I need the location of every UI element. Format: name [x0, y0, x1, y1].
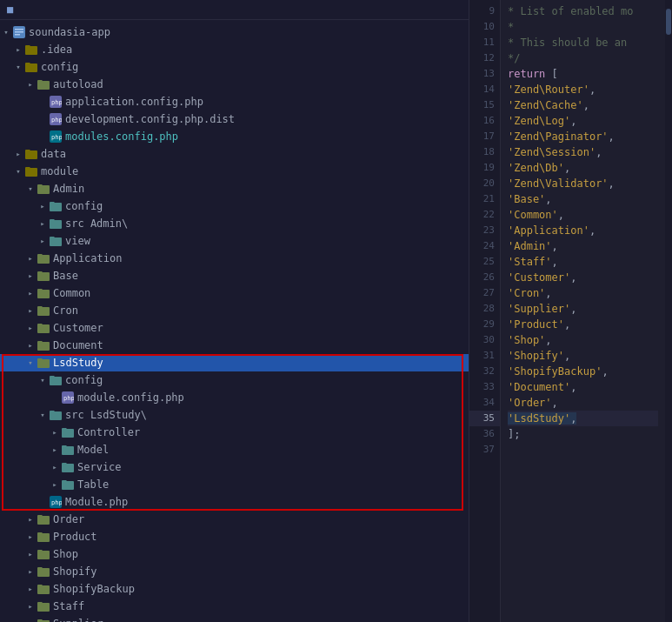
- line-number-27: 27: [469, 285, 500, 301]
- tree-item-Module-php[interactable]: phpModule.php: [0, 493, 469, 511]
- tree-item-Product[interactable]: ▸Product: [0, 528, 469, 545]
- arrow-Application: ▸: [24, 254, 37, 263]
- line-number-35: 35: [469, 411, 500, 426]
- line-number-16: 16: [469, 113, 500, 129]
- tree-item-lsd-src[interactable]: ▾src LsdStudy\: [0, 406, 469, 424]
- tree-item-data[interactable]: ▸data: [0, 145, 469, 163]
- arrow-ShopifyBackup: ▸: [24, 585, 37, 593]
- code-line-32: 'ShopifyBackup',: [508, 364, 658, 379]
- code-line-10: *: [508, 19, 658, 35]
- line-number-15: 15: [469, 97, 500, 113]
- label-Staff: Staff: [53, 600, 84, 612]
- code-line-35: 'LsdStudy',: [508, 411, 658, 426]
- arrow-lsd-src: ▾: [37, 411, 49, 419]
- tree-item-Controller[interactable]: ▸Controller: [0, 424, 469, 441]
- code-line-18: 'Zend\Session',: [508, 144, 658, 160]
- icon-Application: [37, 251, 50, 265]
- code-line-9: * List of enabled mo: [508, 3, 658, 19]
- arrow-data: ▸: [12, 150, 24, 158]
- label-Module.php: Module.php: [65, 496, 128, 508]
- tree-item-Common[interactable]: ▸Common: [0, 284, 469, 302]
- label-application.config.php: application.config.php: [65, 96, 203, 108]
- file-tree-panel: ■ ▾soundasia-app▸.idea▾config▸autoloadph…: [0, 0, 469, 622]
- tree-item-idea[interactable]: ▸.idea: [0, 41, 469, 58]
- tree-item-development-config-php-dist[interactable]: phpdevelopment.config.php.dist: [0, 110, 469, 128]
- tree-item-application-config-php[interactable]: phpapplication.config.php: [0, 93, 469, 110]
- arrow-admin-config: ▸: [37, 202, 49, 211]
- line-number-28: 28: [469, 301, 500, 317]
- label-soundasia-app: soundasia-app: [29, 26, 110, 38]
- tree-item-Order[interactable]: ▸Order: [0, 511, 469, 528]
- line-number-31: 31: [469, 348, 500, 364]
- scroll-thumb: [666, 9, 671, 35]
- icon-Table: [61, 478, 75, 492]
- tree-item-Shop[interactable]: ▸Shop: [0, 545, 469, 563]
- tree-item-Cron[interactable]: ▸Cron: [0, 302, 469, 319]
- tree-item-module-config-php[interactable]: phpmodule.config.php: [0, 389, 469, 406]
- tree-item-Application[interactable]: ▸Application: [0, 250, 469, 267]
- tree-item-admin-view[interactable]: ▸view: [0, 232, 469, 250]
- arrow-Shopify: ▸: [24, 567, 37, 576]
- tree-item-Shopify[interactable]: ▸Shopify: [0, 563, 469, 580]
- line-number-34: 34: [469, 395, 500, 411]
- tree-item-ShopifyBackup[interactable]: ▸ShopifyBackup: [0, 580, 469, 598]
- icon-Staff: [37, 599, 50, 613]
- tree-item-module[interactable]: ▾module: [0, 163, 469, 180]
- label-Controller: Controller: [77, 426, 140, 438]
- label-modules.config.php: modules.config.php: [65, 130, 178, 143]
- tree-item-autoload[interactable]: ▸autoload: [0, 76, 469, 93]
- tree-item-Staff[interactable]: ▸Staff: [0, 598, 469, 615]
- line-number-29: 29: [469, 317, 500, 332]
- line-number-30: 30: [469, 332, 500, 348]
- tree-item-lsd-config[interactable]: ▾config: [0, 371, 469, 389]
- label-Table: Table: [77, 478, 109, 491]
- arrow-admin-src: ▸: [37, 219, 49, 228]
- icon-data: [24, 147, 38, 161]
- arrow-admin-view: ▸: [37, 237, 49, 245]
- svg-text:php: php: [51, 134, 62, 141]
- line-number-37: 37: [469, 442, 500, 458]
- label-Supplier: Supplier: [53, 618, 103, 622]
- scroll-indicator[interactable]: [665, 0, 672, 622]
- code-line-28: 'Supplier',: [508, 301, 658, 317]
- tree-item-Service[interactable]: ▸Service: [0, 458, 469, 476]
- arrow-Cron: ▸: [24, 306, 37, 315]
- tree-item-Document[interactable]: ▸Document: [0, 337, 469, 354]
- code-line-26: 'Customer',: [508, 270, 658, 285]
- file-tree-content[interactable]: ▾soundasia-app▸.idea▾config▸autoloadphpa…: [0, 20, 469, 622]
- tree-item-admin-config[interactable]: ▸config: [0, 197, 469, 215]
- code-line-36: ];: [508, 426, 658, 442]
- tree-item-admin-src[interactable]: ▸src Admin\: [0, 215, 469, 232]
- code-line-27: 'Cron',: [508, 285, 658, 301]
- tree-item-soundasia-app[interactable]: ▾soundasia-app: [0, 23, 469, 41]
- label-Document: Document: [53, 339, 103, 351]
- icon-Supplier: [37, 617, 50, 622]
- label-Customer: Customer: [53, 322, 103, 334]
- tree-item-Supplier[interactable]: ▸Supplier: [0, 615, 469, 622]
- tree-item-config[interactable]: ▾config: [0, 58, 469, 76]
- tree-item-Admin[interactable]: ▾Admin: [0, 180, 469, 197]
- arrow-Common: ▸: [24, 289, 37, 298]
- icon-Product: [37, 530, 50, 544]
- label-module.config.php: module.config.php: [77, 391, 184, 404]
- tree-item-Customer[interactable]: ▸Customer: [0, 319, 469, 337]
- tree-item-Base[interactable]: ▸Base: [0, 267, 469, 284]
- icon-Shopify: [37, 565, 50, 579]
- line-number-21: 21: [469, 191, 500, 207]
- code-line-15: 'Zend\Cache',: [508, 97, 658, 113]
- arrow-Controller: ▸: [49, 428, 61, 437]
- line-numbers: 9101112131415161718192021222324252627282…: [469, 0, 501, 622]
- tree-item-Table[interactable]: ▸Table: [0, 476, 469, 493]
- label-autoload: autoload: [53, 78, 103, 90]
- code-line-14: 'Zend\Router',: [508, 82, 658, 97]
- svg-text:php: php: [51, 499, 62, 506]
- line-number-13: 13: [469, 66, 500, 82]
- line-number-25: 25: [469, 254, 500, 270]
- icon-module: [24, 164, 38, 178]
- tree-item-modules-config-php[interactable]: phpmodules.config.php: [0, 128, 469, 145]
- svg-rect-1: [15, 29, 23, 30]
- tree-item-LsdStudy[interactable]: ▾LsdStudy: [0, 354, 469, 371]
- label-admin-src: src Admin\: [65, 217, 128, 230]
- code-line-33: 'Document',: [508, 379, 658, 395]
- tree-item-Model[interactable]: ▸Model: [0, 441, 469, 458]
